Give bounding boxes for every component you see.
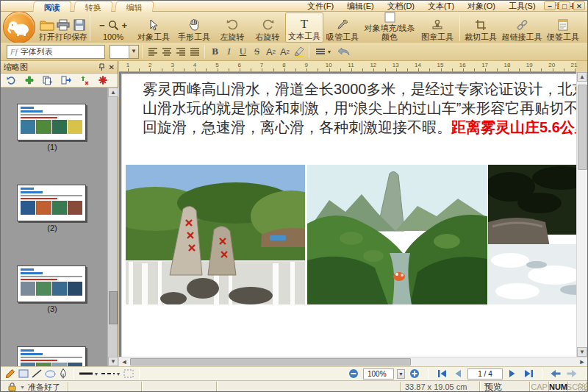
zoom-level-label[interactable]: 100% (103, 32, 123, 41)
preview-mode-cell[interactable]: 预览 (480, 382, 530, 392)
close-button[interactable]: ✕ (573, 1, 585, 10)
line-tool-icon[interactable] (30, 368, 43, 379)
subscript-button[interactable]: A2 (278, 45, 292, 59)
thumbnail-page-preview[interactable] (17, 346, 86, 366)
bold-button[interactable]: B (208, 45, 222, 59)
hand-tool-button[interactable]: 手形工具 (173, 13, 215, 43)
thumbnail-scrollbar[interactable]: ▲ ▼ (107, 88, 118, 366)
document-text[interactable]: 雾灵西峰高山滑水，滑道全长3000多米，是经过专家论证设计，北京地区 山滑水玩的… (143, 79, 576, 137)
marquee-select-icon[interactable] (122, 368, 135, 379)
forward-view-button[interactable] (565, 368, 578, 379)
print-button[interactable]: 打印 (55, 13, 71, 43)
align-justify-button[interactable] (187, 45, 201, 59)
pin-icon[interactable] (98, 63, 105, 71)
scrollbar-thumb[interactable] (109, 291, 118, 324)
ellipse-tool-icon[interactable] (43, 368, 57, 379)
rotate-page-icon[interactable] (4, 74, 18, 86)
thumbnail-page-preview[interactable] (17, 266, 86, 302)
font-list-combobox[interactable]: Ff 字体列表 (7, 45, 105, 59)
stamp-tool-button[interactable]: 图章工具 (417, 13, 457, 43)
page-indicator-box[interactable]: 1 / 4 (467, 368, 503, 379)
photo-whitewater-raft[interactable] (488, 165, 576, 304)
menu-item[interactable]: 对象(O) (461, 1, 502, 12)
scroll-up-icon[interactable]: ▲ (577, 72, 587, 82)
photo-mountain-valley[interactable] (307, 165, 487, 304)
chevron-down-icon[interactable]: ▼ (20, 385, 25, 390)
dash-style-dropdown[interactable]: ▼ (100, 368, 122, 379)
add-page-icon[interactable] (23, 74, 36, 86)
undo-button[interactable] (334, 45, 354, 59)
strikethrough-button[interactable]: S (250, 45, 264, 59)
align-left-button[interactable] (146, 45, 159, 59)
text-tool-button[interactable]: T 文本工具 (285, 13, 323, 43)
zoom-in-button[interactable]: + (122, 21, 128, 30)
panel-close-icon[interactable]: ✕ (109, 63, 115, 71)
menu-item[interactable]: 工具(S) (502, 1, 542, 12)
scroll-down-icon[interactable]: ▼ (577, 347, 587, 357)
menu-item[interactable]: 编辑(E) (340, 1, 381, 12)
superscript-button[interactable]: A2 (264, 45, 278, 59)
zoom-in-button[interactable] (408, 368, 421, 379)
eyedropper-tool-button[interactable]: 吸管工具 (323, 13, 362, 43)
menu-item[interactable]: 文档(D) (381, 1, 421, 12)
pencil-tool-icon[interactable] (4, 368, 17, 379)
thumbnail-item[interactable]: (3) (17, 266, 87, 313)
scroll-up-icon[interactable]: ▲ (108, 88, 118, 97)
scrollbar-thumb[interactable] (578, 85, 587, 170)
menu-item[interactable]: 文本(T) (421, 1, 461, 12)
copy-page-icon[interactable] (41, 74, 54, 86)
italic-button[interactable]: I (222, 45, 236, 59)
tab-convert[interactable]: 转换 (74, 1, 113, 12)
scroll-right-icon[interactable]: ► (577, 357, 587, 366)
line-width-dropdown[interactable]: ▼ (78, 368, 100, 379)
chevron-down-icon[interactable]: ▼ (129, 46, 138, 58)
export-page-icon[interactable] (60, 74, 73, 86)
horizontal-scrollbar[interactable]: ◄ ► (119, 357, 587, 366)
scroll-left-icon[interactable]: ◄ (119, 357, 129, 366)
vertical-scrollbar[interactable]: ▲ ▼ (576, 72, 587, 357)
tab-edit[interactable]: 编辑 (115, 1, 154, 12)
crop-tool-button[interactable]: 裁切工具 (462, 13, 499, 43)
photo-rocks-waterfall[interactable] (126, 165, 305, 304)
zoom-out-button[interactable] (347, 368, 360, 379)
replace-page-icon[interactable] (78, 74, 91, 86)
align-center-button[interactable] (159, 45, 173, 59)
last-page-button[interactable] (522, 368, 535, 379)
prev-page-button[interactable] (451, 368, 465, 379)
app-logo-elephant-icon[interactable] (3, 12, 35, 43)
scrollbar-thumb[interactable] (130, 358, 411, 366)
highlighter-button[interactable] (292, 45, 306, 59)
thumbnail-page-preview[interactable] (17, 104, 86, 140)
zoom-value-box[interactable]: 100% (363, 368, 394, 379)
rectangle-tool-icon[interactable] (17, 368, 30, 379)
line-style-dropdown[interactable]: ▼ (312, 45, 334, 59)
thumbnail-item[interactable]: (1) (17, 104, 87, 152)
document-viewport[interactable]: 雾灵西峰高山滑水，滑道全长3000多米，是经过专家论证设计，北京地区 山滑水玩的… (119, 72, 576, 357)
object-tool-button[interactable]: 对象工具 (134, 13, 173, 43)
hyperlink-tool-button[interactable]: 超链接工具 (499, 13, 545, 43)
save-button[interactable]: 保存 (71, 13, 87, 43)
lock-icon[interactable] (5, 381, 18, 392)
thumbnail-item[interactable] (17, 346, 87, 366)
rotate-right-button[interactable]: 右旋转 (250, 13, 285, 43)
maximize-button[interactable]: □ (559, 1, 570, 10)
thumbnail-item[interactable]: (2) (17, 185, 87, 232)
minimize-button[interactable]: – (544, 1, 556, 10)
menu-item[interactable]: 文件(F) (301, 1, 340, 12)
thumbnail-page-preview[interactable] (17, 185, 86, 221)
delete-page-icon[interactable] (96, 74, 110, 86)
open-button[interactable]: 打开 (39, 13, 55, 43)
pen-tool-icon[interactable] (57, 368, 70, 379)
chevron-down-icon[interactable]: ▼ (397, 369, 405, 379)
rotate-left-button[interactable]: 左旋转 (215, 13, 250, 43)
zoom-out-button[interactable]: − (99, 21, 105, 30)
resize-grip[interactable] (578, 383, 587, 392)
align-right-button[interactable] (173, 45, 187, 59)
underline-button[interactable]: U (236, 45, 250, 59)
tab-read[interactable]: 阅读 (32, 1, 72, 12)
scroll-down-icon[interactable]: ▼ (108, 357, 118, 366)
font-size-combobox[interactable]: ▼ (110, 45, 139, 59)
document-page[interactable]: 雾灵西峰高山滑水，滑道全长3000多米，是经过专家论证设计，北京地区 山滑水玩的… (121, 74, 576, 357)
note-tool-button[interactable]: 便签工具 (545, 13, 581, 43)
back-view-button[interactable] (549, 368, 562, 379)
